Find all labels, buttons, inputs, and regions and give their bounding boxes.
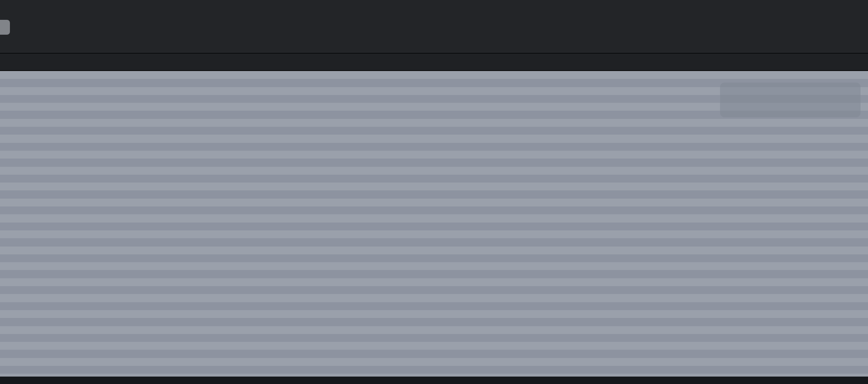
flex-pitch-editor [0, 0, 868, 384]
clipped-edge-button[interactable] [0, 20, 10, 35]
bottom-strip [0, 377, 868, 384]
time-ruler[interactable] [0, 54, 868, 71]
selection-floating-toolbar [720, 83, 861, 117]
editor-toolbar [0, 0, 868, 54]
